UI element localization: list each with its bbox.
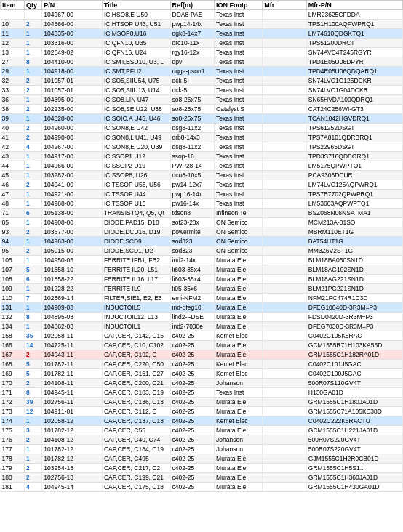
- cell-qty: 2: [25, 246, 42, 256]
- table-row: 941104963-00DIODE,SCD9sod323ON SemicoBAT…: [1, 237, 403, 246]
- cell-qty: 39: [25, 398, 42, 407]
- cell-ref: c402-25: [170, 360, 215, 369]
- cell-mfrpn: DFEG7030D-3R3M=P3: [306, 322, 402, 331]
- cell-pn: 101782-12: [42, 454, 103, 464]
- cell-title: CAP,CER, C183, C19: [102, 388, 170, 398]
- cell-ion: Murata Ele: [215, 275, 263, 284]
- cell-qty: [25, 10, 42, 20]
- cell-ion: Texas Inst: [215, 39, 263, 48]
- table-row: 1695101782-11CAP,CER, C161, C27c402-25Ke…: [1, 369, 403, 379]
- cell-mfr: [263, 180, 307, 190]
- cell-mfr: [263, 341, 307, 350]
- cell-qty: 5: [25, 360, 42, 369]
- cell-item: 178: [1, 454, 25, 464]
- cell-ref: dcu8-10x5: [170, 171, 215, 180]
- cell-qty: 1: [25, 29, 42, 39]
- cell-item: 181: [1, 483, 25, 492]
- cell-title: IC,SO5,SIIU54, U75: [102, 76, 170, 86]
- cell-ref: c402-25: [170, 445, 215, 454]
- cell-ion: Murata Ele: [215, 483, 263, 492]
- cell-pn: 104666-00: [42, 20, 103, 29]
- cell-mfrpn: GRM1555C1H360JA01D: [306, 473, 402, 483]
- table-row: 361104395-00IC,SO8,LIN U47so8-25x75Texas…: [1, 95, 403, 105]
- cell-item: 48: [1, 199, 25, 209]
- table-row: 291104918-00IC,SMT,PFU2dqga-pson1Texas I…: [1, 67, 403, 76]
- cell-mfr: [263, 445, 307, 454]
- cell-mfr: [263, 350, 307, 360]
- cell-ion: ON Semico: [215, 246, 263, 256]
- cell-mfrpn: BLM18AG102SN1D: [306, 265, 402, 275]
- cell-pn: 104918-00: [42, 67, 103, 76]
- cell-mfr: [263, 454, 307, 464]
- table-row: 471104921-00IC,TSSOP U44pwp16-14xTexas I…: [1, 190, 403, 199]
- cell-ion: Murata Ele: [215, 398, 263, 407]
- cell-qty: 1: [25, 416, 42, 426]
- cell-ref: c402-25: [170, 426, 215, 435]
- cell-qty: 1: [25, 67, 42, 76]
- cell-mfrpn: GRM1555C1H5S1...: [306, 464, 402, 473]
- cell-mfrpn: TPS1H100AQPWPRQ1: [306, 20, 402, 29]
- cell-mfrpn: TPD3S716QDBORQ1: [306, 152, 402, 161]
- cell-mfrpn: LM74LVC125AQPWRQ1: [306, 180, 402, 190]
- cell-mfr: [263, 294, 307, 303]
- table-row: 1075101858-10FERRITE IL20, L51li603-35x4…: [1, 265, 403, 275]
- cell-ion: Texas Inst: [215, 171, 263, 180]
- table-row: 481104968-00IC,TSSOP U15pw16-14xTexas In…: [1, 199, 403, 209]
- cell-ref: dpv: [170, 57, 215, 67]
- cell-mfrpn: 500R07S220GV4T: [306, 435, 402, 445]
- cell-mfr: [263, 435, 307, 445]
- cell-item: 38: [1, 105, 25, 114]
- col-header-mfrpn: Mfr-P/N: [306, 1, 402, 10]
- cell-ion: Murata Ele: [215, 341, 263, 350]
- cell-ion: Catalyst S: [215, 105, 263, 114]
- col-header-pn: P/N: [42, 1, 103, 10]
- cell-pn: 103316-00: [42, 39, 103, 48]
- cell-item: 29: [1, 67, 25, 76]
- cell-item: 177: [1, 445, 25, 454]
- cell-pn: 104895-03: [42, 313, 103, 322]
- cell-pn: 104941-00: [42, 180, 103, 190]
- cell-mfrpn: BAT54HT1G: [306, 237, 402, 246]
- col-header-qty: Qty: [25, 1, 42, 10]
- cell-title: FERRITE IL20, L51: [102, 265, 170, 275]
- cell-title: CAP,CER, C55: [102, 426, 170, 435]
- cell-pn: 104960-00: [42, 124, 103, 133]
- cell-qty: 1: [25, 114, 42, 124]
- cell-ion: Murata Ele: [215, 303, 263, 313]
- cell-ion: Johanson: [215, 445, 263, 454]
- cell-qty: 2: [25, 86, 42, 95]
- cell-title: IC,HTSOP U43, U51: [102, 20, 170, 29]
- cell-pn: 104267-00: [42, 142, 103, 152]
- cell-item: 11: [1, 29, 25, 39]
- cell-title: IC,TSSOP U15: [102, 199, 170, 209]
- cell-ref: c402-25: [170, 379, 215, 388]
- cell-title: IC,SON8,L U41, U49: [102, 133, 170, 142]
- cell-ion: Texas Inst: [215, 67, 263, 76]
- cell-mfr: [263, 124, 307, 133]
- cell-mfr: [263, 39, 307, 48]
- cell-item: 39: [1, 114, 25, 124]
- cell-pn: 101858-22: [42, 275, 103, 284]
- cell-mfr: [263, 95, 307, 105]
- table-row: 1753101782-12CAP,CER, C55c402-25Murata E…: [1, 426, 403, 435]
- cell-ref: c402-25: [170, 369, 215, 379]
- cell-pn: 101057-01: [42, 76, 103, 86]
- cell-qty: 1: [25, 95, 42, 105]
- cell-qty: 1: [25, 445, 42, 454]
- cell-qty: 1: [25, 190, 42, 199]
- cell-ref: drc10-11x: [170, 39, 215, 48]
- cell-title: IC,SSOP8, U26: [102, 171, 170, 180]
- cell-title: FERRITE IL9: [102, 284, 170, 294]
- cell-ref: li603-35x4: [170, 275, 215, 284]
- table-row: 1702104108-11CAP,CER, C200, C21c402-25Jo…: [1, 379, 403, 388]
- cell-mfr: [263, 190, 307, 199]
- cell-qty: 5: [25, 265, 42, 275]
- cell-ref: c402-25: [170, 454, 215, 464]
- cell-mfrpn: MBRM110ET1G: [306, 227, 402, 237]
- table-row: 1718104945-11CAP,CER, C183, C19c402-25Te…: [1, 388, 403, 398]
- cell-ion: Murata Ele: [215, 284, 263, 294]
- cell-mfrpn: LM5175QPWPTQ1: [306, 161, 402, 171]
- cell-title: IC,HSO8,E U50: [102, 10, 170, 20]
- cell-item: 168: [1, 360, 25, 369]
- cell-mfrpn: LM74610QDGKTQ1: [306, 29, 402, 39]
